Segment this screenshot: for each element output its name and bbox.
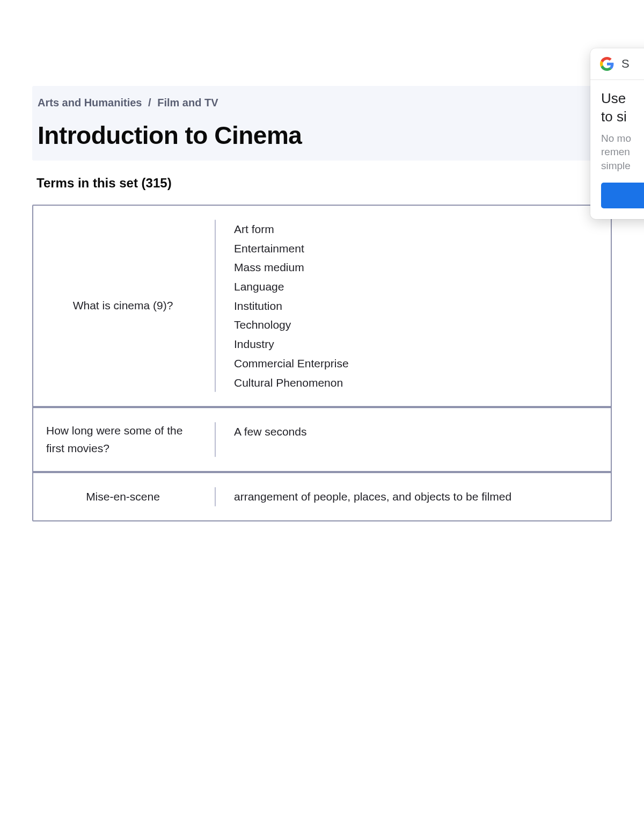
flashcard-row: How long were some of the first movies? … xyxy=(33,406,611,471)
definition-line: Art form xyxy=(234,220,595,239)
term-cell: What is cinema (9)? xyxy=(44,220,205,392)
definition-cell: Art form Entertainment Mass medium Langu… xyxy=(234,220,600,392)
term-cell: Mise-en-scene xyxy=(44,487,205,506)
google-continue-button[interactable] xyxy=(601,183,644,208)
definition-line: Technology xyxy=(234,315,595,335)
google-popup-sub-line: No mo xyxy=(601,133,631,144)
definition-cell: arrangement of people, places, and objec… xyxy=(234,487,600,506)
google-popup-title-line: Use xyxy=(601,90,626,106)
google-popup-sub-line: simple xyxy=(601,160,631,171)
google-popup-sub-line: remen xyxy=(601,146,630,157)
term-text: Mise-en-scene xyxy=(86,488,160,506)
definition-line: Cultural Phenomenon xyxy=(234,373,595,393)
breadcrumb-parent-link[interactable]: Arts and Humanities xyxy=(38,97,142,108)
header-band: Arts and Humanities / Film and TV Introd… xyxy=(32,86,612,161)
definition-line: Institution xyxy=(234,296,595,316)
google-popup-header-text: S xyxy=(621,57,630,71)
flashcard-row: Mise-en-scene arrangement of people, pla… xyxy=(33,471,611,520)
google-popup-body: Use to si No mo remen simple xyxy=(590,80,644,219)
definition-line: arrangement of people, places, and objec… xyxy=(234,487,595,506)
definition-line: Mass medium xyxy=(234,258,595,277)
google-popup-title-line: to si xyxy=(601,108,627,125)
definition-line: Industry xyxy=(234,335,595,354)
definition-cell: A few seconds xyxy=(234,422,600,457)
page-title: Introduction to Cinema xyxy=(38,121,606,150)
breadcrumb-child-link[interactable]: Film and TV xyxy=(157,97,218,108)
flashcard-row: What is cinema (9)? Art form Entertainme… xyxy=(33,206,611,406)
definition-line: Commercial Enterprise xyxy=(234,354,595,373)
definition-line: Language xyxy=(234,277,595,296)
term-text: How long were some of the first movies? xyxy=(46,422,200,457)
google-logo-icon xyxy=(600,57,614,71)
google-signin-popup: S Use to si No mo remen simple xyxy=(590,48,644,219)
definition-line: A few seconds xyxy=(234,422,595,441)
card-stack: What is cinema (9)? Art form Entertainme… xyxy=(32,205,612,521)
breadcrumb: Arts and Humanities / Film and TV xyxy=(38,97,606,109)
row-divider xyxy=(215,220,216,392)
term-text: What is cinema (9)? xyxy=(73,297,173,315)
google-popup-title: Use to si xyxy=(601,90,644,126)
definition-line: Entertainment xyxy=(234,239,595,258)
google-popup-header: S xyxy=(590,48,644,80)
google-popup-subtext: No mo remen simple xyxy=(601,132,644,173)
term-cell: How long were some of the first movies? xyxy=(44,422,205,457)
breadcrumb-separator: / xyxy=(148,97,151,108)
row-divider xyxy=(215,422,216,457)
terms-heading: Terms in this set (315) xyxy=(36,176,612,191)
row-divider xyxy=(215,487,216,506)
